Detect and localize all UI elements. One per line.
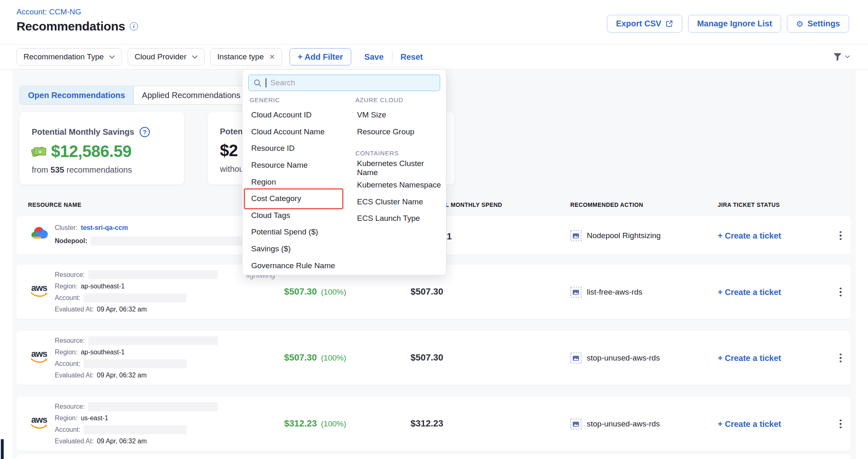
recommendations-tabs: Open Recommendations Applied Recommendat… — [19, 86, 249, 105]
savings-amount: $507.30 — [284, 286, 317, 297]
filter-chip-label: Recommendation Type — [23, 52, 104, 61]
total-monthly-spend-value: $507.30 — [411, 352, 443, 363]
filter-option[interactable]: Cloud Account Name — [250, 124, 336, 141]
filter-panel-toggle[interactable] — [833, 53, 850, 61]
savings-amount: $312.23 — [284, 418, 317, 429]
export-csv-label: Export CSV — [616, 19, 661, 28]
chevron-down-icon — [109, 55, 115, 59]
filter-option[interactable]: VM Size — [355, 107, 442, 124]
filter-option[interactable]: ECS Cluster Name — [355, 193, 442, 210]
filter-option[interactable]: Cost Category — [250, 190, 336, 207]
evaluated-at-value: 09 Apr, 06:32 am — [97, 306, 147, 313]
save-filter-button[interactable]: Save — [364, 52, 384, 62]
create-ticket-link[interactable]: + Create a ticket — [718, 287, 781, 297]
subtitle-suffix: recommendations — [67, 165, 132, 174]
nodepool-line: Nodepool: — [55, 236, 251, 246]
potential-monthly-savings-card: Potential Monthly Savings ? $12,586.59 f… — [19, 112, 184, 185]
tab-open-recommendations[interactable]: Open Recommendations — [20, 86, 133, 104]
row-menu-kebab-icon[interactable] — [838, 352, 843, 364]
create-ticket-link[interactable]: + Create a ticket — [718, 231, 781, 240]
text-cursor — [266, 78, 266, 87]
manage-ignore-list-label: Manage Ignore List — [697, 19, 772, 28]
broken-image-icon — [570, 352, 581, 363]
header-actions: Export CSV Manage Ignore List ⚙ Settings — [607, 15, 849, 33]
export-csv-button[interactable]: Export CSV — [607, 15, 682, 33]
page-title-row: Recommendations i — [16, 19, 138, 33]
redacted-value — [88, 270, 218, 279]
help-icon[interactable]: ? — [140, 127, 150, 137]
recommended-action-cell: stop-unused-aws-rds — [570, 418, 660, 429]
filter-option[interactable]: Cloud Account ID — [250, 107, 336, 124]
redacted-value — [84, 293, 187, 302]
filter-chip-instance-type[interactable]: Instance type ✕ — [210, 48, 282, 66]
add-filter-button[interactable]: + Add Filter — [289, 48, 351, 66]
filter-option[interactable]: Resource Name — [250, 157, 336, 174]
resource-label: Resource: — [55, 271, 85, 279]
filter-option[interactable]: Cloud Tags — [250, 207, 336, 224]
cluster-label: Cluster: — [55, 224, 77, 232]
breadcrumb-account[interactable]: Account: CCM-NG — [16, 7, 81, 16]
close-icon[interactable]: ✕ — [269, 53, 275, 61]
savings-percent: (100%) — [321, 353, 346, 362]
filter-option[interactable]: Savings ($) — [250, 241, 336, 258]
info-icon[interactable]: i — [130, 22, 138, 30]
create-ticket-link[interactable]: + Create a ticket — [718, 419, 781, 429]
row-menu-kebab-icon[interactable] — [838, 418, 843, 430]
search-box[interactable] — [248, 75, 440, 91]
manage-ignore-list-button[interactable]: Manage Ignore List — [688, 15, 781, 33]
redacted-value — [84, 359, 187, 368]
monthly-savings-cell: $507.30 (100%) — [284, 286, 346, 297]
section-label-azure-cloud: AZURE CLOUD — [355, 93, 442, 107]
cluster-name-link[interactable]: test-sri-qa-ccm — [81, 224, 128, 232]
row-menu-kebab-icon[interactable] — [838, 230, 843, 242]
reset-filter-button[interactable]: Reset — [401, 52, 423, 62]
filter-chip-cloud-provider[interactable]: Cloud Provider — [128, 48, 205, 66]
filter-option[interactable]: Resource ID — [250, 140, 336, 157]
recommended-action-label: list-free-aws-rds — [587, 288, 642, 297]
filter-option[interactable]: Region — [250, 173, 336, 190]
total-monthly-spend-value: $507.30 — [411, 286, 443, 297]
filter-bar: Recommendation Type Cloud Provider Insta… — [0, 44, 868, 70]
savings-amount: $12,586.59 — [51, 142, 131, 161]
savings-subtitle: from 535 recommendations — [32, 165, 172, 175]
redacted-value — [84, 425, 187, 434]
filter-option[interactable]: Kubernetes Cluster Name — [355, 160, 442, 177]
left-edge-artifact — [1, 439, 4, 459]
region-value: ap-southeast-1 — [81, 349, 125, 356]
settings-label: Settings — [807, 19, 840, 28]
total-monthly-spend-value: $312.23 — [411, 418, 443, 429]
evaluated-at-value: 09 Apr, 06:32 am — [97, 372, 147, 379]
settings-button[interactable]: ⚙ Settings — [787, 15, 849, 33]
column-header-jira-ticket-status: JIRA TICKET STATUS — [718, 201, 780, 208]
region-value: ap-southeast-1 — [81, 283, 125, 290]
row-menu-kebab-icon[interactable] — [838, 286, 843, 298]
recommended-action-cell: stop-unused-aws-rds — [570, 352, 660, 363]
broken-image-icon — [570, 418, 581, 429]
search-icon — [254, 79, 261, 87]
tab-applied-recommendations[interactable]: Applied Recommendations — [133, 86, 249, 104]
money-icon — [32, 146, 47, 157]
subtitle-prefix: from — [32, 165, 48, 174]
resource-label: Resource: — [55, 337, 85, 344]
filter-chip-recommendation-type[interactable]: Recommendation Type — [16, 48, 122, 66]
filter-option[interactable]: Governance Rule Name — [250, 257, 336, 274]
create-ticket-link[interactable]: + Create a ticket — [718, 353, 781, 363]
total-monthly-spend-value: 1 — [447, 231, 452, 242]
evaluated-at-label: Evaluated At: — [55, 306, 93, 313]
table-row[interactable]: aws Resource: Region:ap-southeast-1 Acco… — [16, 331, 851, 385]
table-row-partial[interactable] — [16, 454, 851, 459]
region-label: Region: — [55, 349, 77, 356]
filter-option[interactable]: ECS Launch Type — [355, 210, 442, 227]
add-filter-dropdown: GENERIC Cloud Account IDCloud Account Na… — [242, 69, 446, 275]
recommended-action-label: stop-unused-aws-rds — [587, 419, 660, 429]
page-title: Recommendations — [16, 19, 125, 33]
search-input[interactable] — [271, 78, 435, 87]
filter-option[interactable]: Resource Group — [355, 124, 442, 141]
savings-percent: (100%) — [321, 287, 346, 296]
column-header-recommended-action: RECOMMENDED ACTION — [570, 201, 643, 208]
account-label: Account: — [55, 294, 80, 302]
table-row[interactable]: aws Resource: Region:us-east-1 Account: … — [16, 397, 851, 451]
filter-option[interactable]: Potential Spend ($) — [250, 224, 336, 241]
dropdown-column-cloud: AZURE CLOUD VM SizeResource Group CONTAI… — [355, 93, 442, 227]
filter-option[interactable]: Kubernetes Namespace — [355, 177, 442, 194]
